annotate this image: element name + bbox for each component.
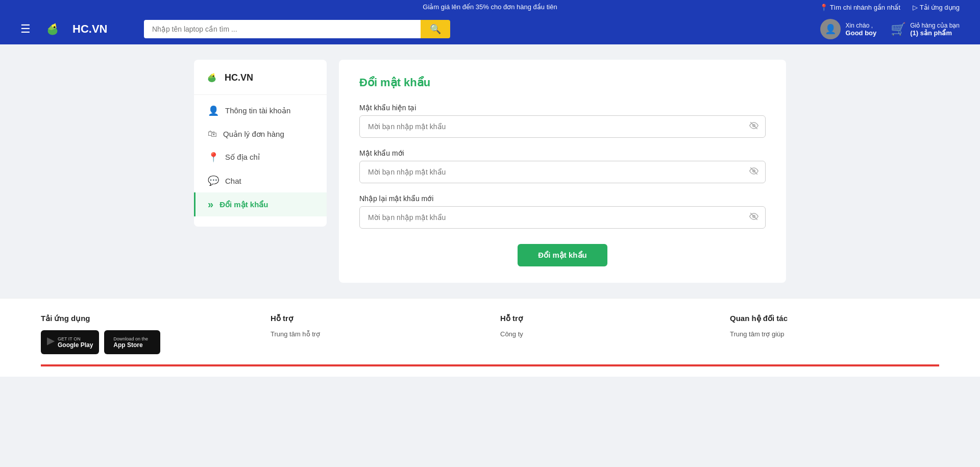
- company-link[interactable]: Công ty: [500, 330, 709, 338]
- footer-columns: Tải ứng dụng ▶ GET IT ON Google Play Dow…: [41, 314, 939, 354]
- current-password-wrap: [359, 115, 766, 138]
- google-play-badge[interactable]: ▶ GET IT ON Google Play: [41, 330, 99, 354]
- toggle-new-password-icon[interactable]: [749, 166, 758, 178]
- orders-icon: 🛍: [208, 129, 217, 139]
- app-badges: ▶ GET IT ON Google Play Download on the …: [41, 330, 250, 354]
- footer-col-partner: Quan hệ đối tác Trung tâm trợ giúp: [730, 314, 939, 354]
- avatar: 👤: [820, 19, 841, 39]
- app-store-badge[interactable]: Download on the App Store: [104, 330, 160, 354]
- sidebar-brand: HC.VN: [194, 70, 327, 95]
- location-icon: 📍: [820, 3, 828, 11]
- cart-icon: 🛒: [891, 22, 906, 36]
- location-pin-icon: 📍: [208, 152, 219, 163]
- search-input[interactable]: [144, 20, 421, 38]
- user-greeting: Xin chào , Good boy: [846, 22, 877, 37]
- sidebar: HC.VN 👤 Thông tin tài khoản 🛍 Quản lý đơ…: [194, 60, 327, 227]
- sidebar-item-addresses[interactable]: 📍 Số địa chỉ: [194, 145, 327, 169]
- logo-bird-icon: [43, 19, 62, 39]
- google-play-text: GET IT ON Google Play: [58, 336, 93, 349]
- current-password-input[interactable]: [359, 115, 766, 138]
- download-app-link[interactable]: ▷ Tải ứng dụng: [913, 3, 960, 11]
- footer: Tải ứng dụng ▶ GET IT ON Google Play Dow…: [0, 298, 980, 377]
- sidebar-item-chat[interactable]: 💬 Chat: [194, 169, 327, 192]
- sidebar-item-account-info[interactable]: 👤 Thông tin tài khoản: [194, 99, 327, 122]
- sidebar-item-change-password[interactable]: » Đổi mật khẩu: [194, 192, 327, 216]
- new-password-wrap: [359, 161, 766, 183]
- google-play-icon: ▶: [47, 334, 55, 347]
- form-title: Đổi mật khẩu: [359, 76, 766, 89]
- footer-col-support1: Hỗ trợ Trung tâm hỗ trợ: [271, 314, 480, 354]
- change-password-form: Đổi mật khẩu Mật khẩu hiện tại Mật khẩu …: [339, 60, 786, 283]
- site-logo[interactable]: HC.VN: [72, 22, 134, 36]
- current-password-group: Mật khẩu hiện tại: [359, 104, 766, 138]
- confirm-password-wrap: [359, 206, 766, 229]
- account-icon: 👤: [208, 105, 219, 116]
- chat-icon: 💬: [208, 175, 219, 186]
- confirm-password-label: Nhập lại mật khẩu mới: [359, 194, 766, 203]
- new-password-group: Mật khẩu mới: [359, 149, 766, 183]
- hamburger-icon[interactable]: ☰: [20, 22, 31, 36]
- support-center-link[interactable]: Trung tâm hỗ trợ: [271, 330, 480, 338]
- confirm-password-input[interactable]: [359, 206, 766, 229]
- footer-col-app: Tải ứng dụng ▶ GET IT ON Google Play Dow…: [41, 314, 250, 354]
- toggle-confirm-password-icon[interactable]: [749, 212, 758, 223]
- find-store-link[interactable]: 📍 Tìm chi nhánh gần nhất: [820, 3, 900, 11]
- toggle-current-password-icon[interactable]: [749, 121, 758, 132]
- promo-text: Giảm giá lên đến 35% cho đơn hàng đầu ti…: [423, 3, 557, 11]
- submit-change-password-button[interactable]: Đổi mật khẩu: [518, 244, 607, 266]
- header-right: 👤 Xin chào , Good boy 🛒 Giỏ hàng của bạn…: [820, 19, 960, 39]
- cart-info: Giỏ hàng của bạn (1) sản phẩm: [910, 22, 960, 37]
- current-password-label: Mật khẩu hiện tại: [359, 104, 766, 112]
- sidebar-nav: 👤 Thông tin tài khoản 🛍 Quản lý đơn hàng…: [194, 99, 327, 216]
- sidebar-logo-icon: [204, 70, 219, 85]
- chevron-right-icon: »: [208, 199, 213, 210]
- app-store-text: Download on the App Store: [113, 336, 148, 349]
- svg-point-3: [54, 26, 56, 28]
- search-button[interactable]: 🔍: [421, 20, 450, 38]
- sidebar-item-order-management[interactable]: 🛍 Quản lý đơn hàng: [194, 122, 327, 145]
- new-password-input[interactable]: [359, 161, 766, 183]
- footer-bottom-bar: [41, 364, 939, 366]
- search-bar: 🔍: [144, 20, 450, 38]
- header: ☰ HC.VN 🔍 👤 Xin chào , Good boy 🛒 Giỏ hà…: [0, 14, 980, 44]
- confirm-password-group: Nhập lại mật khẩu mới: [359, 194, 766, 229]
- play-icon: ▷: [913, 3, 918, 11]
- svg-point-7: [213, 76, 214, 77]
- user-info[interactable]: 👤 Xin chào , Good boy: [820, 19, 877, 39]
- main-content: HC.VN 👤 Thông tin tài khoản 🛍 Quản lý đơ…: [184, 60, 796, 283]
- partner-help-link[interactable]: Trung tâm trợ giúp: [730, 330, 939, 338]
- cart[interactable]: 🛒 Giỏ hàng của bạn (1) sản phẩm: [891, 22, 960, 37]
- footer-col-support2: Hỗ trợ Công ty: [500, 314, 709, 354]
- new-password-label: Mật khẩu mới: [359, 149, 766, 157]
- top-banner: Giảm giá lên đến 35% cho đơn hàng đầu ti…: [0, 0, 980, 14]
